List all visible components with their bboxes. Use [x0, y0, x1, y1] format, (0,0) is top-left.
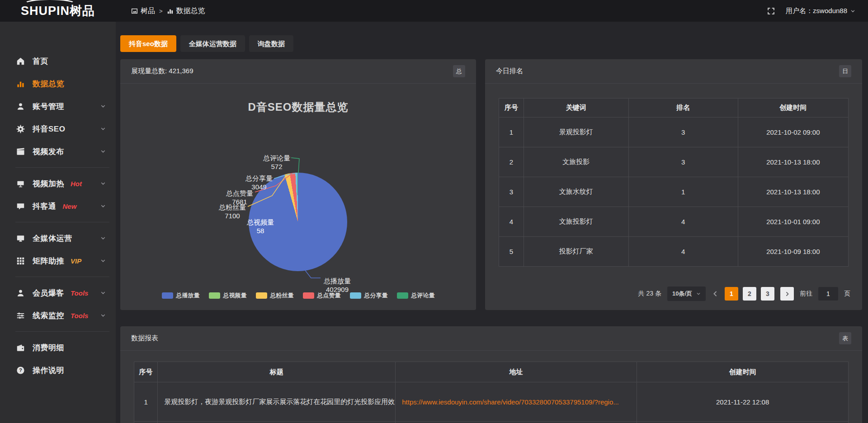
legend-swatch — [256, 292, 267, 299]
column-header: 创建时间 — [637, 362, 849, 382]
sidebar-item-label: 数据总览 — [33, 79, 64, 89]
bar-chart-icon — [16, 80, 25, 88]
legend-label: 总粉丝量 — [270, 291, 294, 300]
goto-label: 前往 — [800, 290, 812, 298]
pie-label-comments: 总评论量572 — [254, 154, 299, 171]
ranking-panel-title: 今日排名 — [496, 67, 523, 75]
video-link[interactable]: https://www.iesdouyin.com/share/video/70… — [402, 398, 619, 406]
legend-swatch — [350, 292, 361, 299]
page-button[interactable]: 2 — [743, 287, 756, 301]
grid-icon — [16, 257, 25, 265]
cell-created: 2021-10-13 18:00 — [738, 177, 848, 207]
legend-swatch — [162, 292, 173, 299]
chevron-right-icon — [784, 291, 790, 297]
sidebar-item[interactable]: 消费明细 — [0, 336, 116, 359]
breadcrumb: 树品 > 数据总览 — [131, 6, 205, 16]
legend-item[interactable]: 总评论量 — [397, 291, 435, 300]
chart-legend: 总播放量 总视频量 总粉丝量 — [120, 291, 476, 300]
prev-page-button[interactable] — [712, 290, 719, 297]
fullscreen-icon[interactable] — [767, 7, 775, 15]
column-header: 序号 — [134, 362, 158, 382]
sidebar-item[interactable]: 线索监控 Tools — [0, 304, 116, 327]
table-row: 3 文旅水纹灯 1 2021-10-13 18:00 — [499, 177, 849, 207]
column-header: 创建时间 — [738, 99, 848, 118]
legend-item[interactable]: 总点赞量 — [303, 291, 341, 300]
sidebar-item-label: 视频发布 — [33, 146, 64, 157]
sidebar-item-badge: Tools — [71, 312, 88, 320]
legend-item[interactable]: 总视频量 — [209, 291, 247, 300]
cell-keyword: 文旅水纹灯 — [524, 177, 628, 207]
sidebar-divider — [15, 222, 109, 222]
tab[interactable]: 询盘数据 — [249, 35, 293, 52]
chevron-down-icon — [100, 103, 106, 109]
sliders-icon — [16, 311, 25, 320]
sidebar-item-label: 会员爆客 — [33, 288, 64, 298]
breadcrumb-current[interactable]: 数据总览 — [167, 6, 205, 16]
sidebar-item[interactable]: 视频加热 Hot — [0, 172, 116, 195]
breadcrumb-root[interactable]: 树品 — [131, 6, 155, 16]
gear-icon — [16, 125, 25, 133]
sidebar-divider — [15, 167, 109, 168]
next-page-button[interactable] — [780, 287, 794, 301]
sidebar-item[interactable]: 抖音SEO — [0, 118, 116, 140]
sidebar-item[interactable]: 矩阵助推 VIP — [0, 249, 116, 272]
home-icon — [16, 57, 25, 66]
sidebar-item[interactable]: 首页 — [0, 50, 116, 72]
pagination: 共 23 条 10条/页 1 2 3 — [497, 287, 850, 301]
legend-swatch — [303, 292, 314, 299]
top-bar: SHUPIN树品 树品 > 数据总览 用户名：zswodun88 — [0, 0, 868, 22]
chevron-down-icon — [100, 203, 106, 209]
cell-rank: 1 — [628, 177, 738, 207]
legend-item[interactable]: 总粉丝量 — [256, 291, 294, 300]
user-menu[interactable]: 用户名：zswodun88 — [786, 7, 855, 15]
cell-keyword: 投影灯厂家 — [524, 237, 628, 267]
sidebar-item-label: 线索监控 — [33, 310, 64, 321]
cell-index: 4 — [499, 207, 524, 237]
member-icon — [16, 289, 25, 297]
cell-rank: 4 — [628, 207, 738, 237]
user-icon — [16, 102, 25, 111]
sidebar-item-label: 视频加热 — [33, 179, 64, 189]
page-button[interactable]: 3 — [761, 287, 774, 301]
data-report-panel: 数据报表 表 序号标题地址创建时间 1 景观投影灯，夜游景观投影灯厂家展示展示落… — [120, 326, 862, 423]
sidebar-item[interactable]: 全媒体运营 — [0, 227, 116, 249]
sidebar-item[interactable]: 视频发布 — [0, 140, 116, 163]
column-header: 序号 — [499, 99, 524, 118]
total-view-button[interactable]: 总 — [453, 65, 465, 77]
seo-chart-panel: 展现量总数: 421,369 总 D音SEO数据量总览 总评论量572 总分享量… — [120, 59, 476, 310]
chevron-down-icon — [100, 235, 106, 241]
chart-title: D音SEO数据量总览 — [120, 100, 476, 114]
sidebar-item[interactable]: 会员爆客 Tools — [0, 282, 116, 304]
cell-keyword: 景观投影灯 — [524, 118, 628, 147]
bar-chart-icon — [167, 8, 174, 14]
table-view-button[interactable]: 表 — [839, 332, 851, 344]
total-count-label: 共 23 条 — [638, 290, 661, 298]
sidebar-item[interactable]: 操作说明 — [0, 359, 116, 381]
day-view-button[interactable]: 日 — [839, 65, 851, 77]
tab-label: 全媒体运营数据 — [189, 40, 236, 47]
sidebar-item[interactable]: 抖客通 New — [0, 195, 116, 217]
page-button[interactable]: 1 — [725, 287, 738, 301]
cell-created: 2021-10-13 18:00 — [738, 147, 848, 177]
sidebar-item[interactable]: 数据总览 — [0, 72, 116, 95]
sidebar-item[interactable]: 账号管理 — [0, 95, 116, 118]
cell-title: 景观投影灯，夜游景观投影灯厂家展示展示落花灯在花园里的灯光投影应用效果 # — [158, 382, 396, 422]
sidebar-item-label: 矩阵助推 — [33, 256, 64, 266]
page-size-select[interactable]: 10条/页 — [667, 287, 706, 301]
display-icon — [16, 234, 25, 243]
impressions-total-stat: 展现量总数: 421,369 — [131, 67, 193, 75]
today-ranking-panel: 今日排名 日 序号关键词排名创建时间 1 景观投影灯 3 2021-10-02 … — [485, 59, 862, 310]
legend-item[interactable]: 总分享量 — [350, 291, 388, 300]
cell-keyword: 文旅投影 — [524, 147, 628, 177]
legend-item[interactable]: 总播放量 — [162, 291, 200, 300]
cell-rank: 3 — [628, 147, 738, 177]
report-table: 序号标题地址创建时间 1 景观投影灯，夜游景观投影灯厂家展示展示落花灯在花园里的… — [134, 362, 849, 423]
column-header: 标题 — [158, 362, 396, 382]
sidebar-item-label: 账号管理 — [33, 101, 64, 112]
goto-page-input[interactable] — [818, 287, 838, 301]
tab[interactable]: 全媒体运营数据 — [180, 35, 245, 52]
cell-index: 3 — [499, 177, 524, 207]
sidebar-divider — [15, 277, 109, 277]
sidebar-item-label: 操作说明 — [33, 365, 64, 376]
tab[interactable]: 抖音seo数据 — [120, 35, 176, 52]
